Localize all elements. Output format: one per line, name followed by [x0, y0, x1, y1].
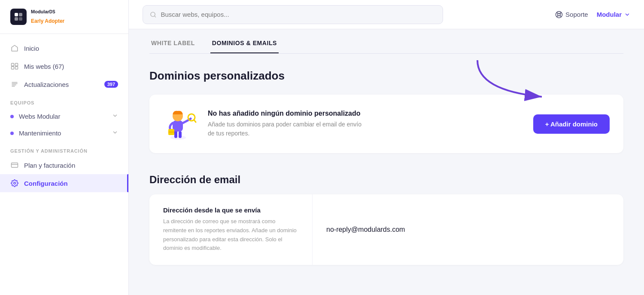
tab-white-label[interactable]: WHITE LABEL — [149, 40, 197, 53]
svg-line-19 — [557, 12, 558, 13]
support-label: Soporte — [565, 11, 588, 18]
sidebar-item-plan-facturacion-label: Plan y facturación — [24, 162, 75, 169]
sidebar-item-configuracion-label: Configuración — [24, 180, 68, 187]
logo-icon — [10, 9, 27, 25]
home-icon — [10, 44, 19, 52]
chevron-down-icon-2 — [112, 129, 118, 137]
domain-empty-title: No has añadido ningún dominio personaliz… — [208, 110, 523, 117]
logo: ModularDS Early Adopter — [0, 0, 128, 34]
sidebar-item-inicio-label: Inicio — [24, 45, 39, 52]
svg-line-23 — [557, 15, 558, 17]
support-icon — [555, 11, 563, 18]
svg-rect-3 — [19, 17, 22, 21]
email-row-desc-0: La dirección de correo que se mostrará c… — [163, 217, 298, 253]
tab-dominios-emails[interactable]: DOMINIOS & EMAILS — [210, 40, 279, 53]
search-icon — [150, 11, 156, 18]
sidebar-item-mantenimiento-label: Mantenimiento — [19, 129, 61, 137]
svg-point-25 — [170, 135, 186, 140]
brand-name: ModularDS — [31, 9, 64, 18]
sidebar-item-mis-webs[interactable]: Mis webs (67) — [0, 57, 128, 75]
email-row-0: Dirección desde la que se envía La direc… — [149, 194, 623, 265]
sidebar: ModularDS Early Adopter Inicio — [0, 0, 129, 295]
brand-sub: Early Adopter — [31, 18, 64, 24]
team-dot-purple — [10, 115, 14, 118]
sidebar-item-inicio[interactable]: Inicio — [0, 39, 128, 57]
svg-rect-0 — [15, 13, 18, 16]
sidebar-item-mantenimiento[interactable]: Mantenimiento — [0, 125, 128, 141]
domain-empty-text: No has añadido ningún dominio personaliz… — [208, 110, 523, 138]
email-value-0: no-reply@modulards.com — [326, 226, 405, 234]
page-content: WHITE LABEL DOMINIOS & EMAILS Dominios p… — [129, 29, 644, 295]
svg-rect-7 — [15, 67, 18, 69]
updates-icon — [10, 80, 19, 89]
support-button[interactable]: Soporte — [555, 11, 588, 18]
svg-rect-4 — [12, 63, 14, 66]
sidebar-item-webs-modular[interactable]: Webs Modular — [0, 108, 128, 125]
user-menu-button[interactable]: Modular — [597, 11, 630, 18]
search-input[interactable] — [161, 11, 436, 18]
email-section-title: Dirección de email — [149, 174, 623, 186]
user-label: Modular — [597, 11, 622, 18]
sidebar-item-plan-facturacion[interactable]: Plan y facturación — [0, 156, 128, 174]
sidebar-item-actualizaciones-label: Actualizaciones — [24, 81, 69, 88]
sidebar-item-actualizaciones[interactable]: Actualizaciones 397 — [0, 75, 128, 93]
domain-empty-desc: Añade tus dominios para poder cambiar el… — [208, 120, 362, 138]
svg-point-14 — [14, 182, 16, 184]
svg-line-16 — [155, 15, 156, 17]
svg-line-31 — [194, 120, 196, 122]
section-gestion: GESTIÓN Y ADMINISTRACIÓN — [0, 141, 128, 156]
email-label-col-0: Dirección desde la que se envía La direc… — [149, 194, 313, 265]
webs-icon — [10, 62, 19, 71]
settings-icon — [10, 179, 19, 187]
svg-rect-12 — [12, 163, 18, 168]
chevron-down-icon-user — [624, 12, 630, 18]
team-dot-purple-2 — [10, 132, 14, 135]
svg-rect-27 — [179, 131, 182, 138]
domain-illustration — [163, 107, 197, 141]
sidebar-item-webs-modular-label: Webs Modular — [19, 113, 60, 120]
chevron-down-icon — [112, 113, 118, 120]
logo-text: ModularDS Early Adopter — [31, 9, 64, 25]
svg-rect-5 — [15, 63, 18, 66]
main-content: Soporte Modular WHITE LABEL DOMINIOS & E… — [129, 0, 644, 295]
svg-line-20 — [560, 15, 561, 17]
email-card: Dirección desde la que se envía La direc… — [149, 194, 623, 265]
domain-empty-card: No has añadido ningún dominio personaliz… — [149, 95, 623, 153]
email-row-label-0: Dirección desde la que se envía — [163, 206, 298, 214]
tabs: WHITE LABEL DOMINIOS & EMAILS — [149, 29, 623, 54]
dominios-title: Dominios personalizados — [149, 69, 623, 83]
sidebar-item-mis-webs-label: Mis webs (67) — [24, 63, 64, 70]
billing-icon — [10, 161, 19, 169]
email-value-col-0: no-reply@modulards.com — [313, 194, 623, 265]
svg-rect-1 — [19, 13, 22, 16]
svg-line-22 — [560, 12, 561, 14]
search-bar[interactable] — [143, 5, 443, 24]
svg-rect-2 — [15, 17, 18, 21]
svg-rect-6 — [12, 67, 14, 69]
section-equipos: EQUIPOS — [0, 93, 128, 108]
topbar-right: Soporte Modular — [555, 11, 630, 18]
topbar: Soporte Modular — [129, 0, 644, 29]
sidebar-nav: Inicio Mis webs (67) — [0, 34, 128, 295]
sidebar-item-configuracion[interactable]: Configuración — [0, 174, 128, 192]
updates-badge: 397 — [104, 81, 118, 88]
add-domain-button[interactable]: + Añadir dominio — [533, 114, 610, 134]
dominios-section: Dominios personalizados — [149, 69, 623, 265]
